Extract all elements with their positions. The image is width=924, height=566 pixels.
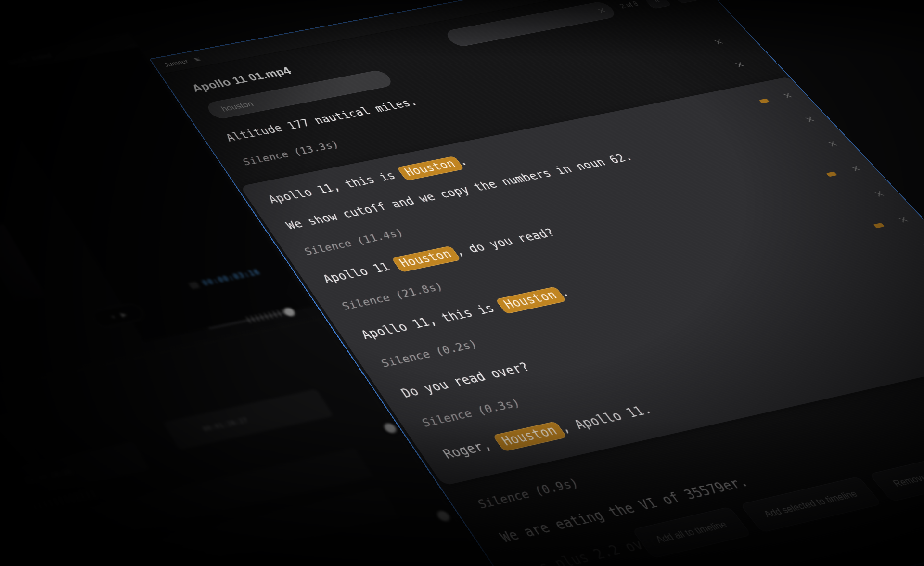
segment-text: Silence (13.3s) <box>240 139 342 167</box>
segment-text: Silence (0.3s) <box>419 396 523 429</box>
segment-remove-button[interactable]: × <box>710 37 726 47</box>
segment-text: Do you read over? <box>398 360 533 400</box>
match-marker <box>826 172 837 177</box>
segment-remove-button[interactable]: × <box>847 163 864 174</box>
previous-result-button[interactable]: ∧ <box>641 0 672 9</box>
segment-text: Silence (0.2s) <box>378 338 481 370</box>
segment-remove-button[interactable]: × <box>871 188 888 199</box>
clip-timecode: 00:00:28:26 <box>24 467 73 485</box>
segment-text: Silence (0.9s) <box>475 476 582 511</box>
results-counter: 2 of 8 <box>618 0 640 10</box>
chevron-up-icon: ∧ <box>651 0 661 4</box>
next-result-button[interactable]: ∨ <box>668 0 699 4</box>
segment-remove-button[interactable]: × <box>732 59 748 70</box>
hamburger-menu-icon[interactable]: ≡ <box>192 55 203 63</box>
search-match-highlight: Houston <box>397 156 464 181</box>
step-back-icon[interactable]: « <box>109 313 116 320</box>
search-match-highlight: Houston <box>495 286 567 314</box>
timeline-clip[interactable]: 00:01:28:27 <box>164 389 333 450</box>
segment-remove-button[interactable]: × <box>779 90 796 101</box>
segment-remove-button[interactable]: × <box>824 138 841 149</box>
search-match-highlight: Houston <box>492 421 568 452</box>
segment-remove-button[interactable]: × <box>919 240 924 252</box>
editor-screen: NASA - Edited 00:00:03:16 « ▶ + <box>0 0 924 566</box>
video-preview-sliver <box>0 224 45 302</box>
segment-text: Silence (21.8s) <box>339 281 446 312</box>
play-icon[interactable]: ▶ <box>119 310 128 318</box>
match-marker <box>873 223 885 228</box>
search-match-highlight: Houston <box>391 245 461 272</box>
segment-text: Silence (11.4s) <box>302 227 407 257</box>
segment-remove-button[interactable]: × <box>801 114 818 125</box>
clip-timecode: 00:01:28:27 <box>201 416 249 433</box>
scene: NASA - Edited 00:00:03:16 « ▶ + <box>0 0 924 566</box>
monitor-tab[interactable]: NASA - Edited <box>7 52 52 65</box>
tab-jumper[interactable]: Jumper <box>162 58 190 68</box>
segment-remove-button[interactable]: × <box>894 213 912 225</box>
match-marker <box>759 99 770 103</box>
